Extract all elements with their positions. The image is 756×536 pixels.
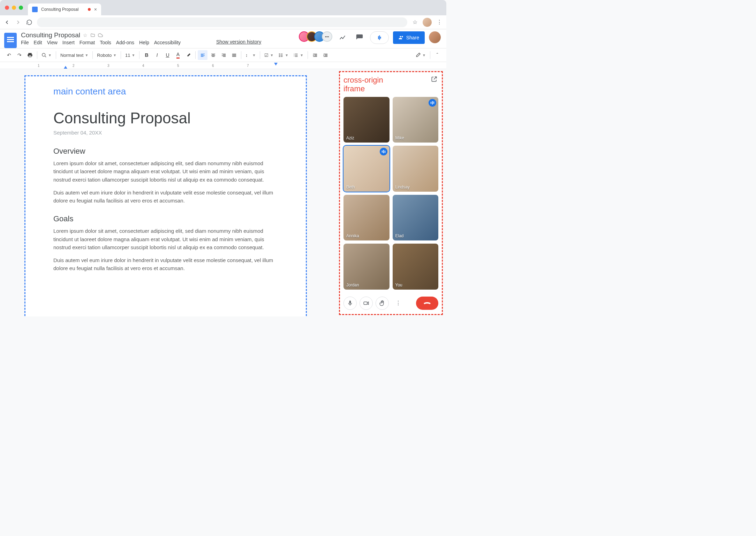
- horizontal-ruler[interactable]: 1 2 3 4 5 6 7: [0, 62, 446, 69]
- cloud-saved-icon[interactable]: [98, 32, 103, 38]
- video-tile[interactable]: Annika: [343, 195, 390, 241]
- menu-file[interactable]: File: [21, 40, 29, 45]
- video-tile[interactable]: Mike: [393, 97, 439, 143]
- video-tile[interactable]: Aziz: [343, 97, 390, 143]
- video-tile[interactable]: You: [393, 244, 439, 290]
- popout-icon[interactable]: [431, 76, 438, 83]
- numbered-list-button[interactable]: ▼: [291, 50, 305, 60]
- checklist-button[interactable]: ☑▼: [262, 50, 275, 60]
- menu-tools[interactable]: Tools: [100, 40, 111, 45]
- meet-in-docs-button[interactable]: [370, 31, 389, 44]
- docs-favicon-icon: [32, 7, 38, 12]
- zoom-dropdown[interactable]: ▼: [39, 50, 54, 60]
- section-heading[interactable]: Goals: [53, 214, 278, 223]
- browser-more-menu[interactable]: ⋮: [436, 19, 443, 26]
- italic-button[interactable]: I: [152, 50, 162, 60]
- align-left-button[interactable]: [198, 50, 207, 60]
- browser-forward-button[interactable]: [15, 19, 22, 26]
- underline-button[interactable]: U: [162, 50, 172, 60]
- paragraph[interactable]: Duis autem vel eum iriure dolor in hendr…: [53, 189, 278, 205]
- decrease-indent-button[interactable]: [310, 50, 320, 60]
- speaking-indicator-icon: [380, 148, 387, 155]
- browser-profile-avatar[interactable]: [423, 18, 432, 27]
- undo-button[interactable]: ↶: [4, 50, 14, 60]
- bookmark-star-icon[interactable]: ☆: [411, 19, 418, 26]
- document-canvas[interactable]: main content area Consulting Proposal Se…: [0, 69, 339, 316]
- speaking-indicator-icon: [429, 99, 436, 107]
- document-date[interactable]: September 04, 20XX: [53, 130, 278, 136]
- line-spacing-button[interactable]: ▼: [243, 50, 258, 60]
- svg-point-4: [279, 53, 280, 54]
- align-center-button[interactable]: [208, 50, 218, 60]
- document-page[interactable]: main content area Consulting Proposal Se…: [24, 75, 307, 316]
- align-justify-button[interactable]: [229, 50, 239, 60]
- move-document-icon[interactable]: [90, 32, 96, 38]
- font-size-dropdown[interactable]: 11▼: [123, 50, 137, 60]
- star-document-icon[interactable]: ☆: [82, 32, 88, 38]
- video-tile[interactable]: Lindsay: [393, 146, 439, 192]
- paragraph[interactable]: Duis autem vel eum iriure dolor in hendr…: [53, 256, 278, 273]
- window-minimize-dot[interactable]: [12, 6, 16, 10]
- align-right-button[interactable]: [219, 50, 228, 60]
- tab-title: Consulting Proposal: [41, 7, 78, 12]
- hide-menus-button[interactable]: ˆ: [432, 50, 442, 60]
- svg-rect-0: [378, 36, 379, 39]
- more-options-button[interactable]: ⋮: [392, 297, 405, 310]
- formatting-toolbar: ↶ ↷ ▼ Normal text▼ Roboto▼ 11▼ B I U A ▼: [0, 48, 446, 62]
- mute-mic-button[interactable]: [343, 297, 357, 310]
- account-avatar[interactable]: [429, 31, 441, 43]
- svg-point-6: [279, 56, 280, 57]
- share-button[interactable]: Share: [393, 31, 425, 44]
- browser-back-button[interactable]: [3, 19, 10, 26]
- participant-name: Elad: [395, 233, 404, 238]
- menu-addons[interactable]: Add-ons: [116, 40, 134, 45]
- editing-mode-button[interactable]: ▼: [413, 50, 428, 60]
- collaborator-more[interactable]: •••: [322, 31, 332, 42]
- increase-indent-button[interactable]: [320, 50, 330, 60]
- text-color-button[interactable]: A: [173, 50, 183, 60]
- google-docs-logo-icon[interactable]: [4, 33, 17, 48]
- participant-name: You: [395, 283, 402, 288]
- document-title[interactable]: Consulting Proposal: [21, 31, 80, 39]
- comments-icon[interactable]: [353, 31, 366, 44]
- menu-edit[interactable]: Edit: [34, 40, 42, 45]
- activity-dashboard-icon[interactable]: [337, 31, 349, 44]
- browser-tab-strip: Consulting Proposal ×: [0, 0, 446, 15]
- participant-name: Annika: [346, 233, 359, 238]
- section-heading[interactable]: Overview: [53, 147, 278, 156]
- menu-insert[interactable]: Insert: [62, 40, 75, 45]
- raise-hand-button[interactable]: [376, 297, 389, 310]
- document-heading[interactable]: Consulting Proposal: [53, 109, 278, 127]
- menu-help[interactable]: Help: [139, 40, 149, 45]
- video-tile[interactable]: Jordan: [343, 244, 390, 290]
- meet-side-panel: cross-originiframe AzizMikeBethLindsayAn…: [339, 71, 443, 315]
- video-tile[interactable]: Beth: [343, 146, 390, 192]
- menu-format[interactable]: Format: [80, 40, 95, 45]
- font-family-dropdown[interactable]: Roboto▼: [95, 50, 119, 60]
- paragraph-style-dropdown[interactable]: Normal text▼: [58, 50, 90, 60]
- svg-rect-2: [380, 37, 381, 39]
- redo-button[interactable]: ↷: [15, 50, 24, 60]
- window-fullscreen-dot[interactable]: [19, 6, 23, 10]
- paragraph[interactable]: Lorem ipsum dolor sit amet, consectetuer…: [53, 227, 278, 251]
- url-input[interactable]: [37, 17, 407, 27]
- hangup-button[interactable]: [416, 297, 438, 310]
- video-tile[interactable]: Elad: [393, 195, 439, 241]
- camera-button[interactable]: [360, 297, 373, 310]
- annotation-main-content: main content area: [53, 86, 278, 97]
- svg-point-5: [279, 55, 280, 56]
- browser-reload-button[interactable]: [26, 19, 33, 26]
- highlight-color-button[interactable]: [183, 50, 193, 60]
- browser-tab[interactable]: Consulting Proposal ×: [28, 3, 101, 15]
- version-history-link[interactable]: Show version history: [216, 31, 261, 45]
- tab-close-button[interactable]: ×: [94, 7, 97, 12]
- window-close-dot[interactable]: [5, 6, 9, 10]
- bullet-list-button[interactable]: ▼: [276, 50, 290, 60]
- menu-view[interactable]: View: [47, 40, 58, 45]
- svg-point-3: [42, 53, 45, 56]
- print-button[interactable]: [25, 50, 35, 60]
- bold-button[interactable]: B: [142, 50, 151, 60]
- paragraph[interactable]: Lorem ipsum dolor sit amet, consectetuer…: [53, 159, 278, 184]
- menu-accessibility[interactable]: Accessibility: [154, 40, 181, 45]
- annotation-iframe: cross-originiframe: [343, 76, 383, 93]
